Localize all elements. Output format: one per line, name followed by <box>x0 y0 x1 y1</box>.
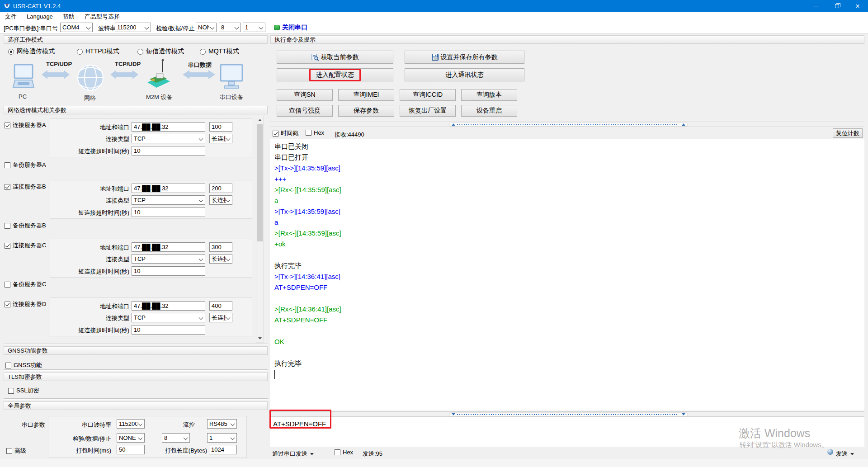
query-sn-button[interactable]: 查询SN <box>277 89 333 101</box>
device-restart-button[interactable]: 设备重启 <box>461 105 517 117</box>
close-serial-button[interactable]: 关闭串口 <box>282 24 307 32</box>
menu-language[interactable]: Language <box>22 13 58 20</box>
radio-sms-passthrough[interactable]: 短信透传模式 <box>137 47 184 56</box>
serial-open-indicator-icon <box>274 25 280 30</box>
server-b-checkbox[interactable]: 连接服务器B <box>5 183 46 191</box>
backup-server-a-checkbox[interactable]: 备份服务器A <box>5 161 46 169</box>
send-splitter[interactable] <box>270 411 864 417</box>
scroll-up-icon[interactable] <box>257 117 263 123</box>
splitter-handle[interactable] <box>449 412 688 416</box>
server-a-port-input[interactable]: 100 <box>209 122 232 132</box>
server-c-port-input[interactable]: 300 <box>209 242 232 252</box>
backup-server-c-checkbox[interactable]: 备份服务器C <box>5 280 46 288</box>
server-d-type-select[interactable]: TCP <box>132 313 205 322</box>
send-button[interactable]: 发送 <box>836 450 854 458</box>
checkbox-icon <box>5 302 10 307</box>
network-label: 网络 <box>84 94 96 102</box>
factory-reset-button[interactable]: 恢复出厂设置 <box>400 105 456 117</box>
server-d-keep-select[interactable]: 长连接 <box>209 313 232 322</box>
server-d-timeout-input[interactable]: 10 <box>132 325 205 335</box>
send-command-text[interactable]: AT+SDPEN=OFF <box>273 420 326 428</box>
server-a-keep-select[interactable]: 长连接 <box>209 134 232 143</box>
server-b-box: 地址和端口 47.██.██.32 200 连接类型 TCP 长连接 短连接超时… <box>50 180 252 219</box>
server-b-port-input[interactable]: 200 <box>209 184 232 193</box>
conn-type-label: 连接类型 <box>50 135 129 143</box>
triangle-down-icon <box>452 413 455 415</box>
restore-button[interactable] <box>826 0 847 12</box>
pack-time-input[interactable]: 50 <box>117 445 145 454</box>
query-iccid-button[interactable]: 查询ICCID <box>400 89 456 101</box>
baud-rate-select[interactable]: 115200 <box>115 23 151 32</box>
close-window-button[interactable]: × <box>847 0 868 12</box>
log-line: 执行完毕 <box>274 260 864 271</box>
server-d-port-input[interactable]: 400 <box>209 301 232 311</box>
radio-httpd[interactable]: HTTPD模式 <box>77 47 119 56</box>
global-baud-select[interactable]: 115200 <box>117 419 145 429</box>
server-c-type-select[interactable]: TCP <box>132 254 205 264</box>
server-c-keep-select[interactable]: 长连接 <box>209 254 232 264</box>
radio-net-passthrough[interactable]: 网络透传模式 <box>8 47 55 56</box>
addr-port-label: 地址和端口 <box>50 244 129 252</box>
com-port-select[interactable]: COM4 <box>60 23 93 32</box>
scroll-down-icon[interactable] <box>257 335 263 342</box>
log-hex-checkbox[interactable]: Hex <box>306 129 324 136</box>
log-area[interactable]: 串口已关闭串口已打开>[Tx->][14:35:59][asc]+++>[Rx<… <box>270 139 864 410</box>
server-b-type-select[interactable]: TCP <box>132 195 205 205</box>
checkbox-icon <box>6 448 12 454</box>
activate-windows-watermark: 激活 Windows <box>739 426 810 441</box>
backup-server-b-checkbox[interactable]: 备份服务器B <box>5 222 46 230</box>
ssl-checkbox[interactable]: SSL加密 <box>8 387 39 395</box>
query-signal-button[interactable]: 查信号强度 <box>277 105 333 117</box>
timestamp-checkbox[interactable]: 时间戳 <box>273 129 298 137</box>
chevron-down-icon <box>310 453 314 455</box>
triangle-up-icon <box>682 123 685 126</box>
scrollbar-thumb[interactable] <box>257 124 263 241</box>
server-c-address-input[interactable]: 47.██.██.32 <box>132 242 205 252</box>
minimize-button[interactable] <box>806 0 826 12</box>
activate-windows-watermark-sub: 转到"设置"以激活 Windows。 <box>740 441 828 449</box>
send-hex-checkbox[interactable]: Hex <box>335 449 353 456</box>
parity-select[interactable]: NONI <box>196 23 217 32</box>
flow-control-select[interactable]: RS485 <box>207 419 237 429</box>
enter-comm-button[interactable]: 进入通讯状态 <box>405 68 524 81</box>
server-b-timeout-input[interactable]: 10 <box>132 208 205 217</box>
server-d-checkbox[interactable]: 连接服务器D <box>5 300 46 308</box>
query-imei-button[interactable]: 查询IMEI <box>338 89 394 101</box>
log-splitter[interactable] <box>270 122 864 127</box>
arrow-icon <box>183 70 215 80</box>
stopbits-select[interactable]: 1 <box>243 23 265 32</box>
set-save-params-button[interactable]: 设置并保存所有参数 <box>405 51 524 64</box>
server-c-checkbox[interactable]: 连接服务器C <box>5 241 46 250</box>
server-a-type-select[interactable]: TCP <box>132 134 205 143</box>
server-params-scrollbar[interactable] <box>256 116 264 343</box>
databits-select[interactable]: 8 <box>219 23 241 32</box>
send-via-dropdown[interactable]: 通过串口发送 <box>272 450 314 458</box>
advanced-checkbox[interactable]: 高级 <box>6 447 26 455</box>
save-params-button[interactable]: 保存参数 <box>338 105 394 117</box>
splitter-handle[interactable] <box>449 123 688 127</box>
get-params-button[interactable]: 获取当前参数 <box>277 51 393 64</box>
log-line: >[Rx<-][14:35:59][asc] <box>274 184 864 195</box>
work-mode-header: 选择工作模式 <box>4 35 268 44</box>
tls-header: TLS加密参数 <box>4 373 268 381</box>
menu-help[interactable]: 帮助 <box>58 13 80 21</box>
pc-icon <box>11 64 36 91</box>
global-stopbits-select[interactable]: 1 <box>207 433 237 443</box>
reset-count-button[interactable]: 复位计数 <box>833 128 863 138</box>
menu-file[interactable]: 文件 <box>0 13 22 21</box>
query-version-button[interactable]: 查询版本 <box>461 89 517 101</box>
menu-product-model[interactable]: 产品型号选择 <box>80 13 125 21</box>
server-b-address-input[interactable]: 47.██.██.32 <box>132 184 205 193</box>
gnss-checkbox[interactable]: GNSS功能 <box>5 361 42 369</box>
enter-config-button[interactable]: 进入配置状态 <box>277 68 393 81</box>
server-d-address-input[interactable]: 47.██.██.32 <box>132 301 205 311</box>
global-parity-select[interactable]: NONE <box>117 433 145 443</box>
server-c-timeout-input[interactable]: 10 <box>132 266 205 276</box>
pack-length-input[interactable]: 1024 <box>209 445 237 454</box>
server-a-address-input[interactable]: 47.██.██.32 <box>132 122 205 132</box>
global-databits-select[interactable]: 8 <box>162 433 190 443</box>
radio-mqtt[interactable]: MQTT模式 <box>200 47 239 56</box>
server-a-timeout-input[interactable]: 10 <box>132 146 205 156</box>
server-a-checkbox[interactable]: 连接服务器A <box>5 121 46 129</box>
server-b-keep-select[interactable]: 长连接 <box>209 195 232 205</box>
